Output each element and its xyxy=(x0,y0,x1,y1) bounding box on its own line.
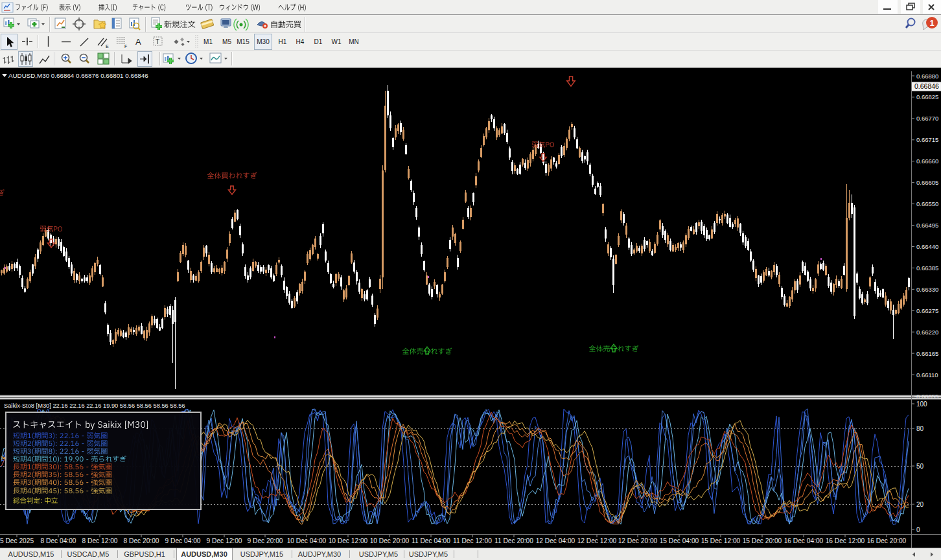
svg-text:9 Dec 04:00: 9 Dec 04:00 xyxy=(165,537,201,544)
svg-text:16 Dec 04:00: 16 Dec 04:00 xyxy=(784,537,824,544)
svg-text:M15: M15 xyxy=(237,38,250,45)
svg-text:11 Dec 04:00: 11 Dec 04:00 xyxy=(412,537,450,544)
svg-text:A: A xyxy=(135,37,141,47)
svg-text:0.66660: 0.66660 xyxy=(916,158,938,165)
svg-text:8 Dec 12:00: 8 Dec 12:00 xyxy=(82,537,118,544)
svg-text:MN: MN xyxy=(349,38,359,45)
svg-text:12 Dec 12:00: 12 Dec 12:00 xyxy=(577,537,617,544)
svg-text:H4: H4 xyxy=(296,38,305,45)
svg-text:0.66055: 0.66055 xyxy=(916,393,938,400)
svg-text:AUDUSD,M30 0.66864 0.66876 0.: AUDUSD,M30 0.66864 0.66876 0.66801 0.668… xyxy=(8,72,148,79)
svg-text:D1: D1 xyxy=(314,38,323,45)
svg-text:M1: M1 xyxy=(203,38,213,45)
svg-text:0.66440: 0.66440 xyxy=(916,243,938,250)
svg-text:0.66715: 0.66715 xyxy=(916,136,938,143)
svg-text:T: T xyxy=(156,38,159,45)
svg-text:W1: W1 xyxy=(332,38,342,45)
svg-text:5 Dec 2025: 5 Dec 2025 xyxy=(0,537,34,544)
svg-text:USDJPY,M5: USDJPY,M5 xyxy=(359,550,398,558)
svg-text:GBPUSD,H1: GBPUSD,H1 xyxy=(124,550,165,558)
svg-text:AUDUSD,M15: AUDUSD,M15 xyxy=(8,550,54,558)
svg-text:0.66220: 0.66220 xyxy=(916,329,938,336)
svg-text:9 Dec 12:00: 9 Dec 12:00 xyxy=(207,537,242,544)
svg-text:E: E xyxy=(106,44,109,49)
svg-text:80: 80 xyxy=(916,425,924,432)
svg-text:H1: H1 xyxy=(279,38,287,45)
svg-text:0.66275: 0.66275 xyxy=(916,307,938,314)
svg-text:8 Dec 20:00: 8 Dec 20:00 xyxy=(124,537,159,544)
svg-text:0.66846: 0.66846 xyxy=(914,82,939,90)
svg-text:F: F xyxy=(124,44,127,49)
svg-text:0.66880: 0.66880 xyxy=(916,73,938,80)
svg-text:16 Dec 12:00: 16 Dec 12:00 xyxy=(826,537,865,544)
svg-text:15 Dec 20:00: 15 Dec 20:00 xyxy=(743,537,782,544)
svg-text:12 Dec 20:00: 12 Dec 20:00 xyxy=(618,537,658,544)
svg-text:100: 100 xyxy=(916,401,927,408)
svg-text:15 Dec 12:00: 15 Dec 12:00 xyxy=(701,537,741,544)
svg-text:15 Dec 04:00: 15 Dec 04:00 xyxy=(660,537,699,544)
svg-text:11 Dec 12:00: 11 Dec 12:00 xyxy=(453,537,492,544)
svg-text:1: 1 xyxy=(929,18,934,28)
svg-text:USDJPY,M15: USDJPY,M15 xyxy=(240,550,283,558)
svg-text:0.66110: 0.66110 xyxy=(916,371,938,379)
svg-text:11 Dec 20:00: 11 Dec 20:00 xyxy=(494,537,533,544)
svg-text:M5: M5 xyxy=(222,38,231,45)
svg-text:20: 20 xyxy=(916,501,924,508)
svg-text:AUDUSD,M30: AUDUSD,M30 xyxy=(181,550,227,558)
svg-text:12 Dec 04:00: 12 Dec 04:00 xyxy=(536,537,575,544)
svg-text:9 Dec 20:00: 9 Dec 20:00 xyxy=(248,537,283,544)
svg-text:10 Dec 12:00: 10 Dec 12:00 xyxy=(329,537,368,544)
svg-text:0.66385: 0.66385 xyxy=(916,264,938,272)
svg-text:0.66770: 0.66770 xyxy=(916,115,938,122)
svg-text:USDCAD,M5: USDCAD,M5 xyxy=(67,550,110,558)
svg-text:50: 50 xyxy=(916,463,924,470)
svg-text:0.66605: 0.66605 xyxy=(916,179,938,186)
svg-text:M30: M30 xyxy=(257,38,270,45)
svg-text:0.66825: 0.66825 xyxy=(916,93,938,100)
svg-text:USDJPY,M5: USDJPY,M5 xyxy=(409,550,448,558)
svg-text:0.66165: 0.66165 xyxy=(916,350,938,357)
svg-text:8 Dec 04:00: 8 Dec 04:00 xyxy=(41,537,76,544)
svg-text:10 Dec 04:00: 10 Dec 04:00 xyxy=(287,537,327,544)
svg-text:AUDJPY,M30: AUDJPY,M30 xyxy=(298,550,341,558)
svg-text:0.66550: 0.66550 xyxy=(916,200,938,207)
svg-text:Saikix-Sto8 [M30] 22.16 22.16: Saikix-Sto8 [M30] 22.16 22.16 22.16 19.9… xyxy=(4,402,185,409)
svg-text:0.66495: 0.66495 xyxy=(916,222,938,229)
svg-text:0: 0 xyxy=(916,526,920,533)
svg-text:16 Dec 20:00: 16 Dec 20:00 xyxy=(867,537,907,544)
svg-text:10 Dec 20:00: 10 Dec 20:00 xyxy=(370,537,410,544)
svg-text:0.66330: 0.66330 xyxy=(916,286,938,293)
